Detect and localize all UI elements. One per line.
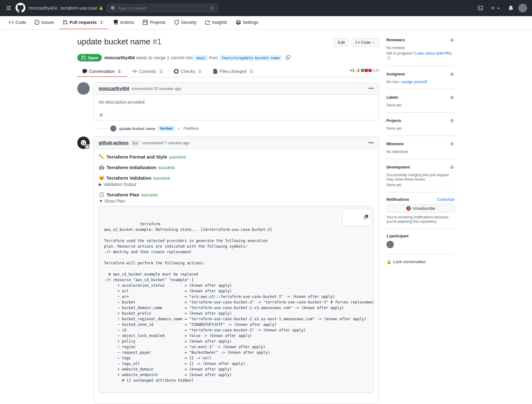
reviewers-header: Reviewers ⚙ xyxy=(386,37,455,43)
left-column: update bucket name #1 Edit Code Open mmc… xyxy=(77,37,379,404)
bot-comment-block: github-actions bot commented 7 minutes a… xyxy=(77,137,379,403)
nav-pull-requests[interactable]: Pull requests 1 xyxy=(59,16,108,29)
format-icon: ✏️ xyxy=(99,154,105,159)
search-placeholder: Type / to search xyxy=(118,6,147,11)
create-button[interactable] xyxy=(488,4,503,12)
notifications-title: Notifications xyxy=(386,197,409,202)
check-icon: ✓ xyxy=(177,126,181,131)
repo-link[interactable]: terraform-use-case xyxy=(61,6,97,11)
search-bar[interactable]: Type / to search / xyxy=(106,4,218,12)
nav-settings[interactable]: Settings xyxy=(232,16,262,29)
projects-header: Projects ⚙ xyxy=(386,118,455,124)
lock-section: 🔒 Lock conversation xyxy=(386,254,455,269)
nav-security[interactable]: Security xyxy=(170,16,201,29)
draft-info-button[interactable]: ⓘ xyxy=(386,56,391,61)
right-sidebar: Reviewers ⚙ No reviews Still in progress… xyxy=(386,37,455,404)
customize-notifications-link[interactable]: Customize xyxy=(437,197,455,202)
bot-author-link[interactable]: github-actions xyxy=(99,140,128,145)
validation-output-summary[interactable]: ▶ Validation Output xyxy=(99,182,374,187)
notifications-description: You're receiving notifications because y… xyxy=(386,215,455,224)
learn-draft-link[interactable]: Learn about draft PRs xyxy=(415,51,451,56)
edit-button[interactable]: Edit xyxy=(334,38,349,47)
projects-gear-button[interactable]: ⚙ xyxy=(449,118,455,124)
labels-gear-button[interactable]: ⚙ xyxy=(449,94,455,101)
bot-comment-box: github-actions bot commented 7 minutes a… xyxy=(93,137,379,403)
comment-body: No description provided. xyxy=(94,95,379,110)
main-comment-block: mmccarthy404 commented 20 minutes ago ••… xyxy=(77,82,379,120)
reviewers-gear-button[interactable]: ⚙ xyxy=(449,37,455,43)
validate-icon: 😺 xyxy=(99,175,105,181)
assignees-gear-button[interactable]: ⚙ xyxy=(449,71,455,77)
comment-author-link[interactable]: mmccarthy404 xyxy=(99,86,129,91)
bot-avatar xyxy=(77,137,90,149)
tab-files-changed[interactable]: Files changed 1 xyxy=(208,66,259,77)
diff-bar-5 xyxy=(376,69,379,72)
tf-init-title: 🤖 Terraform Initialization success xyxy=(99,164,374,170)
bell-icon: 🔕 xyxy=(406,206,411,211)
org-link[interactable]: mmccarthy404 xyxy=(29,6,57,11)
milestone-none-text: No milestone xyxy=(386,150,455,154)
lock-conversation-button[interactable]: 🔒 Lock conversation xyxy=(386,259,426,264)
bot-comment-time: commented 7 minutes ago xyxy=(142,141,190,145)
milestone-section: Milestone ⚙ No milestone xyxy=(386,136,455,159)
comment-header: mmccarthy404 commented 20 minutes ago ••… xyxy=(94,83,379,95)
hamburger-menu-button[interactable] xyxy=(5,4,12,12)
validate-status: success xyxy=(153,175,170,181)
bot-comment-menu-button[interactable]: ••• xyxy=(368,140,374,146)
plan-icon: 📋 xyxy=(99,192,105,197)
commits-count: 1 xyxy=(158,69,164,74)
commit-sha: 29e6bea xyxy=(183,126,199,131)
code-button[interactable]: Code xyxy=(351,38,379,47)
comment-menu-button[interactable]: ••• xyxy=(368,86,374,91)
nav-actions[interactable]: Actions xyxy=(110,16,138,29)
validation-output-details[interactable]: ▶ Validation Output xyxy=(99,182,374,187)
tab-checks[interactable]: Checks 1 xyxy=(169,66,208,77)
private-lock-icon: 🔒 xyxy=(99,6,103,10)
labels-title: Labels xyxy=(386,95,398,100)
target-branch: main xyxy=(194,55,208,61)
reviewers-title: Reviewers xyxy=(386,38,405,42)
github-logo xyxy=(16,3,25,14)
reviewers-section: Reviewers ⚙ No reviews Still in progress… xyxy=(386,37,455,66)
commenter-avatar xyxy=(77,82,90,95)
top-navigation: mmccarthy404 / terraform-use-case 🔒 Type… xyxy=(0,0,532,16)
pr-author-link[interactable]: mmccarthy404 xyxy=(104,55,135,60)
diff-bar-4 xyxy=(372,69,375,72)
labels-none-text: None yet xyxy=(386,103,455,107)
bot-meta: github-actions bot commented 7 minutes a… xyxy=(99,140,190,145)
bot-comment-header: github-actions bot commented 7 minutes a… xyxy=(94,137,379,149)
projects-title: Projects xyxy=(386,119,401,123)
copy-code-button[interactable] xyxy=(342,209,371,226)
emoji-button[interactable]: ☺ xyxy=(99,112,104,118)
participants-title: 1 participant xyxy=(386,234,455,238)
tab-conversation[interactable]: Conversation 1 xyxy=(77,66,127,77)
tf-format-title: ✏️ Terraform Format and Style success xyxy=(99,154,374,159)
show-plan-details[interactable]: ▼ Show Plan terraform aws_s3_bucket.exam… xyxy=(99,199,374,393)
user-avatar-button[interactable] xyxy=(518,4,527,12)
tab-commits[interactable]: Commits 1 xyxy=(127,66,169,77)
nav-issues[interactable]: Issues xyxy=(31,16,57,29)
notifications-header: Notifications Customize xyxy=(386,197,455,202)
notifications-button[interactable] xyxy=(506,4,516,12)
development-gear-button[interactable]: ⚙ xyxy=(449,164,455,170)
top-nav-left: mmccarthy404 / terraform-use-case 🔒 Type… xyxy=(5,3,472,14)
assign-yourself-link[interactable]: assign yourself xyxy=(402,80,427,84)
nav-projects[interactable]: Projects xyxy=(139,16,169,29)
commit-ref-message: update bucket name xyxy=(119,126,156,131)
labels-header: Labels ⚙ xyxy=(386,94,455,101)
copy-branch-button[interactable] xyxy=(285,55,291,61)
nav-insights[interactable]: Insights xyxy=(202,16,231,29)
assignees-title: Assignees xyxy=(386,72,405,76)
nav-code[interactable]: Code xyxy=(5,16,29,29)
milestone-gear-button[interactable]: ⚙ xyxy=(449,141,455,147)
diff-bar-1 xyxy=(361,69,364,72)
unsubscribe-button[interactable]: 🔕 Unsubscribe xyxy=(386,204,455,213)
terminal-button[interactable] xyxy=(476,4,485,12)
diff-additions: +1 xyxy=(350,68,355,73)
projects-none-text: None yet xyxy=(386,126,455,131)
open-status-badge: Open xyxy=(77,54,102,61)
notifications-section: Notifications Customize 🔕 Unsubscribe Yo… xyxy=(386,192,455,229)
show-plan-summary[interactable]: ▼ Show Plan xyxy=(99,199,374,204)
files-changed-count: 1 xyxy=(249,69,255,74)
search-shortcut: / xyxy=(210,6,214,10)
